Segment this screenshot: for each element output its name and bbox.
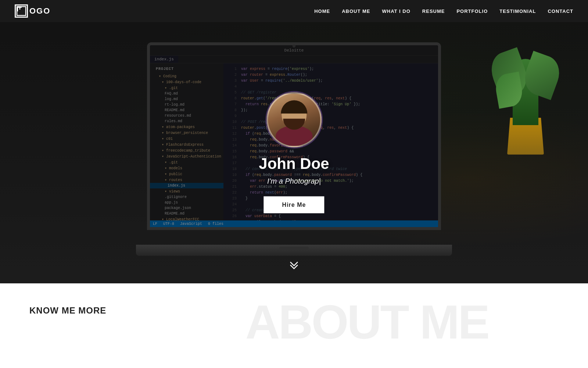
about-section: ABOUT ME KNOW ME MORE	[0, 283, 588, 368]
avatar-hair	[281, 100, 307, 114]
nav-about[interactable]: ABOUT ME	[342, 8, 370, 14]
svg-rect-0	[17, 7, 26, 15]
nav-contact[interactable]: CONTACT	[548, 8, 573, 14]
hero-section: Deloitte index.js PROJECT ▾ Coding ▾ 100…	[0, 22, 588, 283]
hero-name: John Doe	[259, 155, 329, 173]
logo[interactable]: OGO	[15, 4, 50, 18]
profile-photo	[266, 92, 322, 148]
logo-icon	[15, 4, 28, 18]
navbar: OGO HOME ABOUT ME WHAT I DO RESUME PORTF…	[0, 0, 588, 22]
hero-content: John Doe I'm a Photograp| Hire Me	[259, 92, 329, 213]
about-content: KNOW ME MORE	[29, 305, 559, 316]
nav-links: HOME ABOUT ME WHAT I DO RESUME PORTFOLIO…	[314, 8, 573, 14]
nav-testimonial[interactable]: TESTIMONIAL	[499, 8, 536, 14]
scroll-down-indicator[interactable]	[288, 259, 300, 272]
nav-resume[interactable]: RESUME	[422, 8, 445, 14]
section-title: KNOW ME MORE	[29, 305, 559, 316]
nav-home[interactable]: HOME	[314, 8, 330, 14]
nav-portfolio[interactable]: PORTFOLIO	[456, 8, 488, 14]
hire-me-button[interactable]: Hire Me	[264, 197, 325, 213]
hero-subtitle: I'm a Photograp|	[259, 177, 329, 185]
plant-decoration	[492, 44, 559, 162]
logo-text: OGO	[29, 6, 50, 16]
nav-whatido[interactable]: WHAT I DO	[382, 8, 410, 14]
